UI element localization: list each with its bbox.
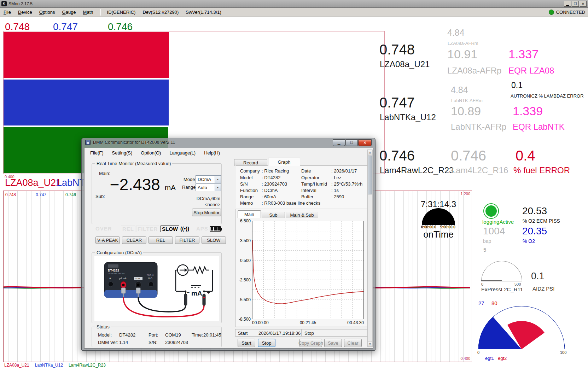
status-group-label: Status — [95, 324, 111, 329]
svg-text:V Ω: V Ω — [148, 277, 152, 280]
tab-main[interactable]: Main — [238, 210, 261, 218]
readout-afrm1-label: LZA08a-AFRm — [448, 41, 478, 46]
info-value: : RR03-003 base line checks — [262, 200, 320, 206]
dialog-maximize-button[interactable]: ☐ — [345, 139, 358, 146]
svg-text:+: + — [207, 290, 210, 296]
dialog-menu-file[interactable]: File(F) — [86, 149, 108, 157]
readout-lam4l2c-value: 0.746 — [451, 148, 486, 164]
x-tick: 00:43:30 — [332, 320, 364, 325]
tab-main-sub[interactable]: Main & Sub — [286, 212, 318, 218]
ontime-value: 7:31:14.3 — [417, 199, 460, 209]
info-value: : 25°C/53.7%rh — [331, 181, 362, 187]
bap-value: 1004 — [483, 226, 505, 237]
info-value: : DCmA — [262, 188, 278, 193]
titlebar: S SMon 2.17.5 ▁ ☐ ✕ — [0, 0, 588, 8]
menu-gauge[interactable]: Gauge — [59, 8, 80, 16]
info-value: : 2026/01/17 — [331, 168, 357, 174]
readout-afrm2-value: 4.84 — [451, 85, 468, 95]
chevron-down-icon: ▼ — [215, 176, 221, 183]
dialog-minimize-button[interactable]: ▁ — [333, 139, 345, 146]
bar-labntka — [4, 80, 169, 125]
aidz-psi-label: AIDZ PSI — [532, 286, 555, 292]
dialog-close-button[interactable]: ✕ — [358, 139, 372, 146]
scroll-up-icon[interactable]: ▲ — [368, 150, 372, 155]
readout-lza08a-label: LZA08a_U21 — [380, 59, 430, 69]
slow-button[interactable]: SLOW — [202, 236, 226, 244]
start-button[interactable]: Start — [238, 339, 255, 347]
copy-graph-button[interactable]: Copy Graph — [299, 339, 322, 347]
info-key: Date — [301, 168, 311, 174]
toolbar-swver: SwVer(1.714.3/1) — [182, 10, 225, 15]
info-value: : Lez — [331, 175, 341, 180]
save-button[interactable]: Save — [324, 339, 342, 347]
tab-graph[interactable]: Graph — [268, 158, 300, 166]
rtm-range-select[interactable]: Auto▼ — [196, 183, 221, 191]
stop-button[interactable]: Stop — [258, 339, 275, 347]
info-key: Company — [240, 168, 260, 174]
clear-button-2[interactable]: Clear — [344, 339, 362, 347]
x-tick: 00:00:00 — [252, 320, 284, 325]
menu-device[interactable]: Device — [14, 8, 36, 16]
express-max: 500 — [514, 282, 521, 286]
status-time-value: 20:01:45 — [203, 332, 221, 338]
dmm-plot — [252, 221, 364, 319]
red-probe — [203, 294, 205, 305]
readout-lam4raw-label: Lam4RawL2C_R23 — [380, 165, 454, 175]
filter-button[interactable]: FILTER — [175, 236, 199, 244]
info-value: : 1s — [331, 188, 339, 193]
tab-sub[interactable]: Sub — [262, 212, 285, 218]
record-start-label: Start — [238, 331, 248, 336]
legend-item: LZA08a_U21 — [4, 363, 29, 368]
svg-text:TEMP nS: TEMP nS — [147, 274, 153, 276]
status-ver-value: 1.14 — [119, 340, 128, 345]
close-button[interactable]: ✕ — [580, 1, 587, 7]
dialog-menu-setting[interactable]: Setting(S) — [108, 149, 137, 157]
svg-text:DIGITAL MULTIMETER: DIGITAL MULTIMETER — [108, 273, 125, 275]
minimize-button[interactable]: ▁ — [564, 1, 571, 7]
dialog-scrollbar[interactable]: ▲ ▼ — [367, 150, 373, 347]
maximize-button[interactable]: ☐ — [572, 1, 579, 7]
rtm-mode-label: Mode: — [184, 177, 196, 182]
readout-labntka-value: 0.747 — [379, 95, 415, 111]
toolbar-separator — [100, 9, 101, 16]
logging-active-icon — [483, 203, 499, 219]
menu-options[interactable]: Options — [36, 8, 59, 16]
info-key: Operator — [301, 175, 319, 180]
va-peak-button[interactable]: V·A PEAK — [95, 236, 120, 244]
app-icon: S — [1, 1, 7, 6]
record-stop-label: Stop — [304, 331, 314, 336]
y-tick: -2.500 — [235, 278, 251, 282]
svg-text:A: A — [109, 277, 111, 280]
tab-record[interactable]: Record — [234, 159, 267, 166]
readout-afrm2-label: LabNTK-AFRm — [451, 98, 483, 103]
egt-max: 100 — [560, 350, 566, 355]
express-label: ExPressL2C_R11 — [481, 286, 523, 292]
y-tick: 6.500 — [235, 218, 251, 223]
rtm-group-label: Real Time Monitor (Measured value) — [95, 161, 172, 166]
info-key: S/N — [240, 181, 248, 187]
dialog-title: DMM Communicator for DT4200s Ver2.11 — [93, 140, 175, 145]
info-value: : Rice Racing — [262, 168, 289, 174]
egt-min: 0 — [477, 350, 479, 355]
black-probe — [184, 294, 187, 305]
strip-y-max: 1.200 — [460, 192, 470, 196]
menu-file[interactable]: File — [0, 8, 14, 16]
rtm-mode-select[interactable]: DCmA▼ — [196, 175, 221, 183]
rtm-sub-none: <none> — [168, 202, 220, 207]
scrollbar-thumb[interactable] — [368, 156, 372, 194]
scroll-down-icon[interactable]: ▼ — [368, 341, 372, 346]
dialog-menu-help[interactable]: Help(H) — [200, 149, 224, 157]
rel-button[interactable]: REL — [149, 236, 173, 244]
info-key: Function — [240, 188, 258, 193]
info-value: : DT4282 — [262, 175, 281, 180]
readout-fuel-error-value: 0.4 — [516, 148, 535, 164]
dialog-menu-language[interactable]: Language(L) — [165, 149, 200, 157]
clear-button[interactable]: CLEAR — [122, 236, 146, 244]
dialog-menu-option[interactable]: Option(O) — [136, 149, 165, 157]
readout-eqr2-value: 1.339 — [513, 104, 543, 118]
y-tick: 0.500 — [235, 258, 251, 263]
menu-math[interactable]: Math — [80, 8, 97, 16]
stop-monitor-button[interactable]: Stop Monitor — [192, 209, 221, 216]
readout-afrp1-value: 10.91 — [447, 47, 477, 61]
menubar: File Device Options Gauge Math ID(GENERI… — [0, 8, 588, 17]
